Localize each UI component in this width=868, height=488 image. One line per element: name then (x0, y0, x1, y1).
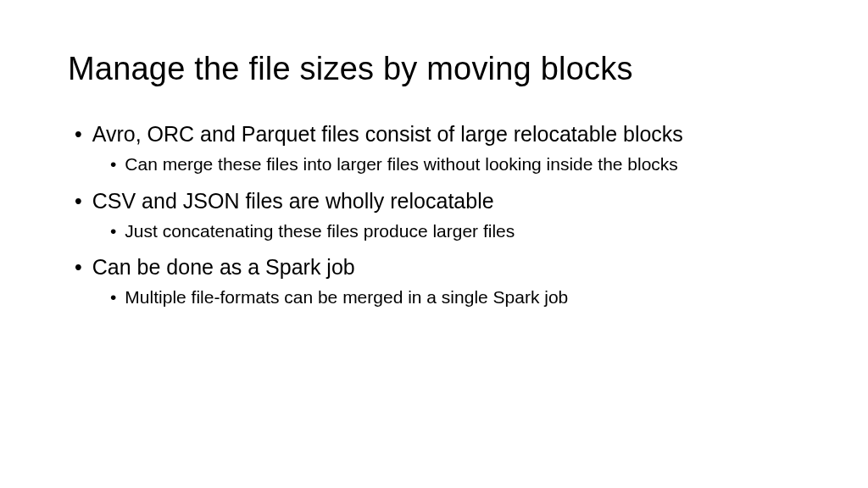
bullet-text: Avro, ORC and Parquet files consist of l… (92, 121, 683, 147)
bullet-level2: • Multiple file-formats can be merged in… (110, 286, 800, 308)
bullet-text: Just concatenating these files produce l… (125, 219, 515, 242)
bullet-group: • Can be done as a Spark job • Multiple … (75, 254, 800, 309)
bullet-dot-icon: • (110, 152, 116, 175)
bullet-dot-icon: • (110, 286, 116, 308)
bullet-text: Can be done as a Spark job (92, 254, 355, 280)
bullet-group: • Avro, ORC and Parquet files consist of… (75, 121, 800, 176)
bullet-dot-icon: • (110, 219, 116, 242)
bullet-level1: • Avro, ORC and Parquet files consist of… (75, 121, 800, 147)
slide-content: • Avro, ORC and Parquet files consist of… (68, 121, 800, 309)
bullet-level2: • Can merge these files into larger file… (110, 152, 800, 175)
bullet-group: • CSV and JSON files are wholly relocata… (75, 188, 800, 243)
bullet-dot-icon: • (75, 254, 82, 280)
bullet-text: Can merge these files into larger files … (125, 152, 678, 175)
bullet-level2: • Just concatenating these files produce… (110, 219, 800, 242)
bullet-level1: • Can be done as a Spark job (75, 254, 800, 280)
bullet-level1: • CSV and JSON files are wholly relocata… (75, 188, 800, 214)
bullet-dot-icon: • (75, 188, 82, 214)
bullet-dot-icon: • (75, 121, 82, 147)
bullet-text: CSV and JSON files are wholly relocatabl… (92, 188, 494, 214)
bullet-text: Multiple file-formats can be merged in a… (125, 286, 568, 308)
slide-title: Manage the file sizes by moving blocks (68, 51, 800, 87)
